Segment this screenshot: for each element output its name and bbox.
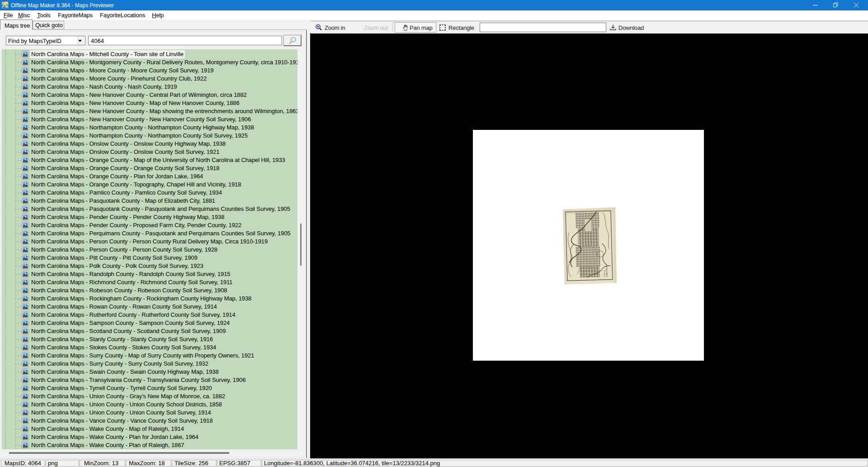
svg-text:LINVILLE: LINVILLE (605, 265, 608, 277)
svg-text:TOWN SITE: TOWN SITE (603, 270, 605, 277)
